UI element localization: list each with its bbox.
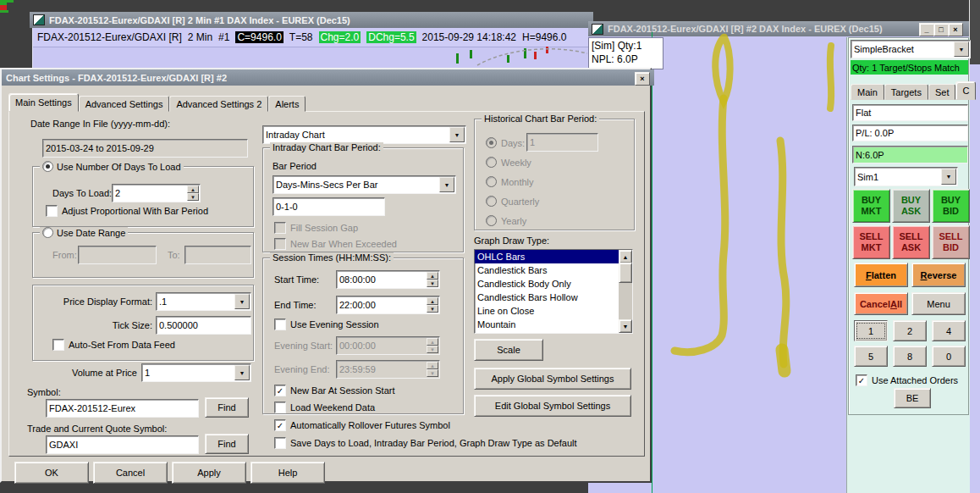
sell-bid-button[interactable]: SELLBID — [932, 225, 970, 259]
load-weekend-checkbox-box[interactable] — [274, 402, 286, 413]
help-button[interactable]: Help — [251, 462, 325, 484]
use-date-range-group-radio[interactable] — [42, 227, 53, 238]
bar-period-combo[interactable]: Days-Mins-Secs Per Bar▼ — [273, 175, 456, 194]
autoset-checkbox[interactable]: Auto-Set From Data Feed — [52, 339, 175, 351]
sell-ask-button[interactable]: SELLASK — [892, 225, 930, 259]
end-time-field[interactable]: 22:00:00▲▼ — [336, 296, 440, 314]
use-days-group-title[interactable]: Use Number Of Days To Load — [40, 161, 184, 172]
chevron-down-icon[interactable]: ▼ — [449, 127, 465, 142]
save-defaults-checkbox[interactable]: Save Days to Load, Intraday Bar Period, … — [274, 437, 577, 449]
start-time-field-spinner[interactable]: ▲▼ — [427, 272, 438, 287]
date-range-field[interactable]: 2015-03-24 to 2015-09-29 — [42, 139, 248, 158]
chevron-down-icon[interactable]: ▼ — [234, 294, 250, 309]
volume-at-price-combo[interactable]: 1▼ — [141, 363, 251, 382]
chevron-down-icon[interactable]: ▼ — [234, 365, 250, 380]
trade-symbol-find-button[interactable]: Find — [205, 434, 249, 454]
use-attached-orders-checkbox-box[interactable]: ✓ — [856, 374, 867, 386]
cancel-all-button[interactable]: Cancel All — [854, 292, 908, 315]
listbox-scrollbar[interactable]: ▲▼ — [619, 250, 632, 333]
qty-preset-4[interactable]: 4 — [932, 320, 966, 341]
tick-size-field[interactable]: 0.500000 — [156, 316, 251, 335]
end-time-field-spinner[interactable]: ▲▼ — [427, 297, 438, 313]
autoset-checkbox-box[interactable] — [52, 339, 64, 351]
trade-tab-c[interactable]: C — [955, 81, 976, 100]
historical-option-3[interactable]: Quarterly — [486, 196, 539, 207]
use-evening-session-checkbox-box[interactable] — [274, 319, 286, 330]
menu-button[interactable]: Menu — [911, 292, 966, 315]
ok-button[interactable]: OK — [14, 462, 89, 484]
buy-mkt-button[interactable]: BUYMKT — [852, 189, 890, 223]
historical-option-1-radio[interactable] — [486, 157, 497, 168]
minimize-button[interactable]: _ — [919, 23, 934, 36]
trade-symbol-field[interactable]: GDAXI — [46, 435, 199, 454]
spin-down-icon[interactable]: ▼ — [427, 305, 438, 313]
list-item[interactable]: Candlestick Body Only — [475, 277, 619, 291]
trade-tab-set[interactable]: Set — [928, 84, 956, 100]
buy-ask-button[interactable]: BUYASK — [892, 189, 930, 223]
historical-option-1[interactable]: Weekly — [486, 157, 531, 168]
historical-option-4-radio[interactable] — [486, 215, 497, 226]
chevron-down-icon[interactable]: ▼ — [954, 42, 969, 57]
reverse-button[interactable]: Reverse — [911, 263, 966, 287]
new-bar-exceeded-checkbox[interactable]: New Bar When Exceeded — [274, 238, 397, 250]
qty-preset-0[interactable]: 0 — [932, 346, 966, 367]
historical-option-0[interactable]: Days: — [486, 137, 525, 148]
tab-main-settings[interactable]: Main Settings — [8, 93, 79, 112]
adjust-proportional-checkbox-box[interactable] — [46, 205, 58, 217]
new-bar-exceeded-checkbox-box[interactable] — [274, 238, 286, 250]
fill-session-gap-checkbox[interactable]: Fill Session Gap — [274, 222, 358, 234]
dialog-close-button[interactable]: × — [635, 72, 650, 86]
list-item[interactable]: Candlestick Bars Hollow — [475, 291, 619, 304]
list-item[interactable]: OHLC Bars — [475, 250, 619, 263]
rollover-checkbox-box[interactable]: ✓ — [274, 419, 286, 431]
days-to-load-field[interactable]: 2▲▼ — [112, 184, 201, 202]
historical-option-2-radio[interactable] — [486, 176, 497, 187]
qty-preset-2[interactable]: 2 — [893, 320, 927, 341]
new-bar-session-checkbox-box[interactable]: ✓ — [274, 385, 286, 396]
strategy-combo[interactable]: SimpleBracket ▼ — [851, 40, 971, 58]
scroll-up-icon[interactable]: ▲ — [619, 250, 632, 263]
apply-button[interactable]: Apply — [172, 462, 246, 484]
chart1-titlebar[interactable]: FDAX-201512-Eurex/GDAXI [R] 2 Min #1 DAX… — [30, 12, 593, 28]
list-item[interactable]: Line on Close — [475, 304, 619, 318]
fill-session-gap-checkbox-box[interactable] — [274, 222, 286, 234]
maximize-button[interactable]: □ — [933, 23, 949, 36]
new-bar-session-checkbox[interactable]: ✓New Bar At Session Start — [274, 385, 395, 396]
tab-alerts[interactable]: Alerts — [268, 96, 306, 112]
dialog-titlebar[interactable]: Chart Settings - FDAX-201512-Eurex/GDAXI… — [2, 69, 654, 86]
list-item[interactable]: Candlestick Bars — [475, 263, 619, 277]
graph-draw-listbox[interactable]: OHLC BarsCandlestick BarsCandlestick Bod… — [474, 249, 633, 334]
sell-mkt-button[interactable]: SELLMKT — [852, 225, 890, 259]
list-item[interactable]: Mountain — [475, 318, 619, 331]
load-weekend-checkbox[interactable]: Load Weekend Data — [274, 402, 375, 413]
save-defaults-checkbox-box[interactable] — [274, 437, 286, 449]
historical-option-4[interactable]: Yearly — [486, 215, 526, 226]
scroll-down-icon[interactable]: ▼ — [619, 319, 632, 333]
use-date-range-group-title[interactable]: Use Date Range — [40, 227, 128, 238]
use-days-group-radio[interactable] — [42, 161, 53, 172]
spin-up-icon[interactable]: ▲ — [427, 272, 438, 280]
spin-down-icon[interactable]: ▼ — [427, 280, 438, 287]
qty-preset-1[interactable]: 1 — [854, 320, 888, 341]
use-evening-session-checkbox[interactable]: Use Evening Session — [274, 319, 379, 330]
be-button[interactable]: BE — [894, 388, 931, 408]
bar-spec-field[interactable]: 0-1-0 — [273, 197, 385, 216]
symbol-find-button[interactable]: Find — [205, 397, 249, 418]
adjust-proportional-checkbox[interactable]: Adjust Proportional With Bar Period — [46, 205, 208, 217]
edit-global-button[interactable]: Edit Global Symbol Settings — [474, 395, 631, 417]
spin-up-icon[interactable]: ▲ — [187, 186, 199, 193]
tab-advanced-settings-2[interactable]: Advanced Settings 2 — [169, 96, 268, 112]
days-to-load-field-spinner[interactable]: ▲▼ — [187, 186, 199, 201]
flatten-button[interactable]: Flatten — [854, 263, 908, 287]
chart-type-combo[interactable]: Intraday Chart▼ — [262, 125, 466, 144]
spin-down-icon[interactable]: ▼ — [187, 193, 199, 201]
trade-tab-main[interactable]: Main — [851, 84, 884, 100]
rollover-checkbox[interactable]: ✓Automatically Rollover Futures Symbol — [274, 419, 450, 431]
qty-preset-5[interactable]: 5 — [854, 346, 888, 367]
cancel-button[interactable]: Cancel — [93, 462, 168, 484]
qty-preset-8[interactable]: 8 — [893, 346, 927, 367]
historical-option-3-radio[interactable] — [486, 196, 497, 207]
chevron-down-icon[interactable]: ▼ — [941, 169, 956, 185]
scale-button[interactable]: Scale — [474, 339, 543, 361]
historical-option-0-radio[interactable] — [486, 137, 497, 148]
